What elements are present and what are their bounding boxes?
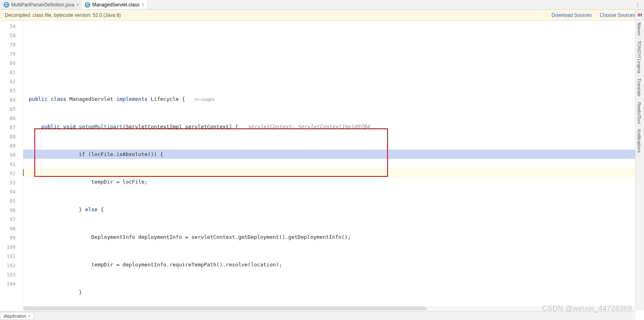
usages-hint: no usages [195,97,215,102]
line-number: 104 [0,279,23,288]
code-text: else [85,206,97,212]
line-number: 94 [0,187,23,196]
line-number: 99 [0,233,23,242]
tool-tab-maven[interactable]: Maven [636,20,643,38]
line-number: 78 [0,40,23,49]
line-number: 87 [0,123,23,132]
line-number: 95 [0,196,23,206]
line-number: 81 [0,68,23,77]
line-number: 58 [0,31,23,40]
bottom-tabs: tApplication × [0,311,635,320]
tab-label: ManagedServlet.class [92,2,139,8]
code-text: } [29,206,85,212]
code-text: public void [29,124,79,130]
line-number: 80 [0,58,23,68]
code-text: tempDir = deploymentInfo.requireTempPath… [29,262,282,268]
line-number: 85 [0,104,23,114]
tab-multipartparserdefinition[interactable]: C MultiPartParserDefinition.java × [1,0,82,9]
code-text: } [29,289,82,295]
code-text: (ServletContextImpl servletContext) { [123,124,239,130]
line-number: 100 [0,242,23,252]
line-number: 91 [0,160,23,169]
line-number: 93 [0,178,23,187]
line-number: 96 [0,206,23,215]
choose-sources-link[interactable]: Choose Sources... [600,12,639,18]
bottom-tab-label: tApplication [4,312,26,320]
line-number: 79 [0,49,23,58]
tab-label: MultiPartParserDefinition.java [11,2,74,8]
line-number: 102 [0,261,23,270]
download-sources-link[interactable]: Download Sources [552,12,592,18]
banner-text: Decompiled .class file, bytecode version… [5,12,121,18]
maven-icon[interactable]: m [636,10,644,20]
line-number: 101 [0,252,23,261]
editor-tabs: C MultiPartParserDefinition.java × C Man… [0,0,644,10]
bottom-tab-tapplication[interactable]: tApplication × [0,312,34,320]
code-text: public class [29,96,70,102]
caret [23,169,24,176]
line-number: 90 [0,150,23,160]
line-number: 98 [0,224,23,233]
line-number: 88 [0,132,23,141]
close-icon[interactable]: × [141,2,144,8]
code-text: setupMultipart [79,124,123,130]
line-number: 34 [0,22,23,31]
line-number: 92 [0,169,23,178]
line-number: 89 [0,141,23,150]
line-number: 83 [0,86,23,95]
line-number: 86 [0,114,23,123]
tab-managedservlet[interactable]: C ManagedServlet.class × [82,0,147,9]
line-number: 103 [0,270,23,279]
decompile-banner: Decompiled .class file, bytecode version… [0,10,644,21]
class-icon: C [4,2,9,8]
code-text: if (locFile.isAbsolute()) { [29,151,163,157]
code-area[interactable]: public class ManagedServlet implements L… [23,21,644,309]
line-number: 82 [0,77,23,86]
code-text: { [97,206,104,212]
line-number: 97 [0,215,23,224]
tool-tab-tongyi[interactable]: TONGYI Lingma [636,38,643,76]
gutter: 34 58 78 79 80 81 82 83 84 85 86 87 88 8… [0,21,23,309]
code-text: ManagedServlet [70,96,116,102]
code-text: DeploymentInfo deploymentInfo = servletC… [29,234,351,240]
code-text: implements [116,96,151,102]
watermark: CSDN @weixin_44728369 [542,304,632,313]
line-number: 84 [0,95,23,104]
class-icon: C [85,2,90,8]
editor: 34 58 78 79 80 81 82 83 84 85 86 87 88 8… [0,21,644,309]
close-icon[interactable]: × [76,2,79,8]
code-text: tempDir = locFile; [29,179,147,185]
tabs-more-button[interactable]: ⋮ [631,2,644,8]
inlay-hint: servletContext: ServletContextImpl@9784 [248,124,370,130]
code-text: Lifecycle { [151,96,185,102]
close-icon[interactable]: × [28,312,30,320]
